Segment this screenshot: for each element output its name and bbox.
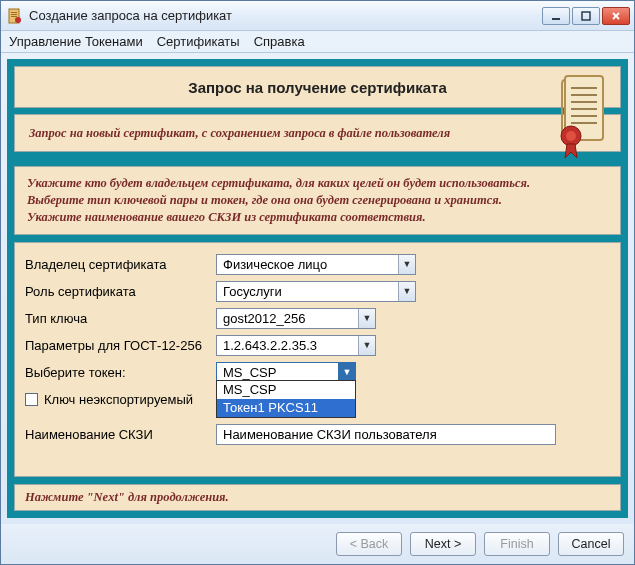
cancel-button[interactable]: Cancel xyxy=(558,532,624,556)
row-owner: Владелец сертификата Физическое лицо ▼ xyxy=(25,251,610,278)
row-keytype: Тип ключа gost2012_256 ▼ xyxy=(25,305,610,332)
chevron-down-icon: ▼ xyxy=(398,282,415,301)
wizard-header: Запрос на получение сертификата Запрос н… xyxy=(14,66,621,159)
owner-combo[interactable]: Физическое лицо ▼ xyxy=(216,254,416,275)
window-title: Создание запроса на сертификат xyxy=(29,8,542,23)
finish-button[interactable]: Finish xyxy=(484,532,550,556)
menu-help[interactable]: Справка xyxy=(254,34,305,49)
titlebar: Создание запроса на сертификат xyxy=(1,1,634,31)
svg-point-4 xyxy=(15,17,21,23)
app-window: Создание запроса на сертификат Управлени… xyxy=(0,0,635,565)
token-option-pkcs11[interactable]: Токен1 PKCS11 xyxy=(217,399,355,417)
role-label: Роль сертификата xyxy=(25,284,210,299)
skzi-label: Наименование СКЗИ xyxy=(25,427,210,442)
wizard-panel: Запрос на получение сертификата Запрос н… xyxy=(7,59,628,518)
instruction-line-3: Укажите наименование вашего СКЗИ из серт… xyxy=(27,209,608,226)
params-label: Параметры для ГОСТ-12-256 xyxy=(25,338,210,353)
instruction-line-1: Укажите кто будет владельцем сертификата… xyxy=(27,175,608,192)
params-value: 1.2.643.2.2.35.3 xyxy=(217,336,358,355)
role-value: Госуслуги xyxy=(217,282,398,301)
svg-rect-6 xyxy=(582,12,590,20)
app-icon xyxy=(7,8,23,24)
params-combo[interactable]: 1.2.643.2.2.35.3 ▼ xyxy=(216,335,376,356)
menu-certs[interactable]: Сертификаты xyxy=(157,34,240,49)
menubar: Управление Токенами Сертификаты Справка xyxy=(1,31,634,53)
keytype-value: gost2012_256 xyxy=(217,309,358,328)
banner-title: Запрос на получение сертификата xyxy=(15,67,620,107)
menu-tokens[interactable]: Управление Токенами xyxy=(9,34,143,49)
owner-label: Владелец сертификата xyxy=(25,257,210,272)
svg-rect-1 xyxy=(11,12,17,13)
nonexport-checkbox[interactable] xyxy=(25,393,38,406)
role-combo[interactable]: Госуслуги ▼ xyxy=(216,281,416,302)
keytype-label: Тип ключа xyxy=(25,311,210,326)
instruction-line-2: Выберите тип ключевой пары и токен, где … xyxy=(27,192,608,209)
row-token: Выберите токен: MS_CSP ▼ MS_CSP Токен1 P… xyxy=(25,359,610,386)
chevron-down-icon: ▼ xyxy=(358,336,375,355)
row-skzi: Наименование СКЗИ Наименование СКЗИ поль… xyxy=(25,421,610,448)
row-role: Роль сертификата Госуслуги ▼ xyxy=(25,278,610,305)
svg-rect-3 xyxy=(11,16,17,17)
svg-rect-5 xyxy=(552,18,560,20)
next-button[interactable]: Next > xyxy=(410,532,476,556)
chevron-down-icon: ▼ xyxy=(398,255,415,274)
hint-text: Нажмите "Next" для продолжения. xyxy=(14,484,621,511)
token-label: Выберите токен: xyxy=(25,365,210,380)
window-controls xyxy=(542,7,630,25)
svg-rect-2 xyxy=(11,14,17,15)
owner-value: Физическое лицо xyxy=(217,255,398,274)
nonexport-label: Ключ неэкспортируемый xyxy=(44,392,193,407)
keytype-combo[interactable]: gost2012_256 ▼ xyxy=(216,308,376,329)
token-dropdown: MS_CSP Токен1 PKCS11 xyxy=(216,380,356,418)
row-params: Параметры для ГОСТ-12-256 1.2.643.2.2.35… xyxy=(25,332,610,359)
back-button[interactable]: < Back xyxy=(336,532,402,556)
wizard-buttons: < Back Next > Finish Cancel xyxy=(1,524,634,564)
token-option-mscsp[interactable]: MS_CSP xyxy=(217,381,355,399)
form-area: Владелец сертификата Физическое лицо ▼ Р… xyxy=(14,242,621,477)
close-button[interactable] xyxy=(602,7,630,25)
skzi-input[interactable]: Наименование СКЗИ пользователя xyxy=(216,424,556,445)
instructions: Укажите кто будет владельцем сертификата… xyxy=(14,166,621,235)
chevron-down-icon: ▼ xyxy=(358,309,375,328)
banner-subtitle: Запрос на новый сертификат, с сохранение… xyxy=(14,114,621,152)
maximize-button[interactable] xyxy=(572,7,600,25)
banner-title-box: Запрос на получение сертификата xyxy=(14,66,621,108)
minimize-button[interactable] xyxy=(542,7,570,25)
